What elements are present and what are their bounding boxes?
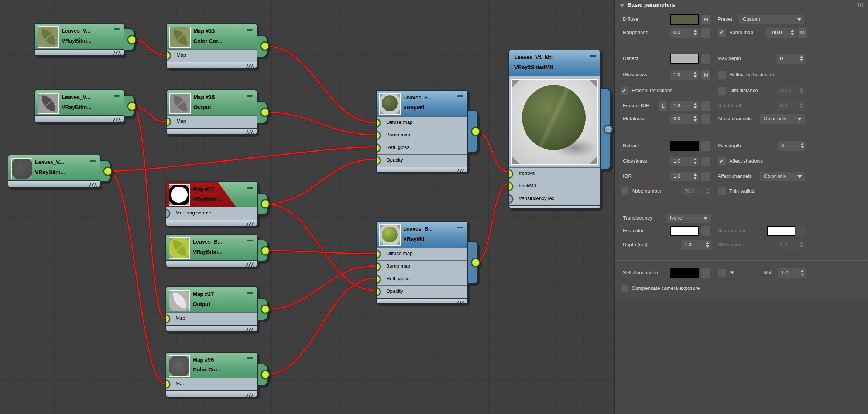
output-socket[interactable] (128, 35, 136, 44)
gi-checkbox[interactable] (718, 269, 726, 277)
minimize-icon[interactable] (247, 95, 253, 97)
max-depth-reflect-spinner[interactable]: 8 (777, 54, 805, 64)
input-socket-map[interactable] (166, 118, 171, 126)
resize-grip-icon[interactable] (113, 51, 121, 55)
node-map95[interactable]: Map #95Color Cor... Map (165, 352, 258, 397)
minimize-icon[interactable] (114, 28, 120, 30)
fog-color-map-button[interactable] (701, 226, 710, 236)
output-socket[interactable] (261, 42, 269, 50)
wire-backMtl-to-twoSided[interactable] (476, 184, 508, 263)
bump-map-checkbox[interactable] (718, 29, 726, 37)
rollout-title[interactable]: Basic parameters (627, 1, 675, 8)
node-backMtl[interactable]: Leaves_B...VRayMtl Diffuse map Bump map … (376, 221, 468, 304)
node-bmp3[interactable]: Leaves_V...VRayBitm... (8, 155, 100, 188)
node-header[interactable]: Leaves_V1_MtlVRay2SidedMtl (509, 50, 600, 76)
node-map33[interactable]: Map #33Color Cor... Map (166, 23, 257, 69)
dim-distance-checkbox[interactable] (718, 87, 726, 95)
glossiness-refract-map-button[interactable] (701, 157, 710, 166)
input-socket-map[interactable] (165, 380, 170, 388)
resize-grip-icon[interactable] (246, 262, 254, 267)
input-socket-diffuse-map[interactable] (376, 250, 380, 258)
minimize-icon[interactable] (90, 160, 96, 162)
node-header[interactable]: Leaves_F...VRayMtl (377, 91, 467, 116)
resize-grip-icon[interactable] (89, 183, 97, 187)
node-header[interactable]: Leaves_V...VRayBitm... (8, 155, 100, 180)
resize-grip-icon[interactable] (246, 393, 254, 397)
wire-map95-to-backMtl[interactable] (265, 278, 375, 375)
glossiness-refract-spinner[interactable]: 1.0 (670, 157, 699, 166)
minimize-icon[interactable] (457, 95, 463, 97)
resize-grip-icon[interactable] (113, 118, 121, 122)
output-socket[interactable] (471, 258, 480, 267)
refract-map-button[interactable] (701, 141, 710, 151)
resize-grip-icon[interactable] (457, 301, 465, 304)
translucency-dropdown[interactable]: None (666, 214, 711, 223)
wire-bmp3-to-map95[interactable] (108, 171, 165, 384)
output-socket[interactable] (261, 247, 270, 255)
diffuse-map-button[interactable]: M (701, 15, 710, 24)
node-bmp2[interactable]: Leaves_V...VRayBitm... (34, 89, 124, 123)
input-socket-frontmtl[interactable] (508, 170, 513, 178)
output-socket[interactable] (261, 200, 270, 208)
self-illumination-map-button[interactable] (701, 268, 710, 278)
node-map37[interactable]: Map #37Output Map (165, 286, 258, 332)
depth-spinner[interactable]: 1.0 (681, 240, 711, 250)
max-depth-refract-spinner[interactable]: 8 (778, 141, 806, 151)
rollout-collapse-icon[interactable] (620, 4, 624, 7)
wire-bmp1-to-map33[interactable] (132, 40, 166, 55)
node-map93[interactable]: Map #93VRayBitm... Mapping source (165, 181, 258, 227)
wire-frontMtl-to-twoSided[interactable] (476, 131, 508, 172)
glossiness-reflect-spinner[interactable]: 1.0 (670, 70, 699, 80)
wire-bmp3-to-frontMtl[interactable] (108, 147, 375, 172)
input-socket-translucencytex[interactable] (508, 195, 513, 203)
preset-dropdown[interactable]: Custom (739, 15, 804, 24)
affect-channels-reflect-dropdown[interactable]: Color only (760, 114, 805, 124)
minimize-icon[interactable] (457, 227, 463, 228)
node-bmp1[interactable]: Leaves_V...VRayBitm... (34, 23, 124, 56)
fog-color-swatch[interactable] (670, 226, 699, 236)
fresnel-checkbox[interactable] (621, 87, 628, 95)
input-socket-opacity[interactable] (376, 288, 380, 296)
mult-spinner[interactable]: 1.0 (778, 268, 806, 278)
wire-map93-to-frontMtl[interactable] (265, 159, 375, 204)
input-socket-opacity[interactable] (376, 156, 380, 165)
input-socket-map[interactable] (166, 51, 171, 60)
input-socket-refl-gloss-[interactable] (376, 144, 380, 152)
output-socket[interactable] (471, 127, 480, 136)
wire-map93-to-backMtl[interactable] (265, 204, 375, 291)
minimize-icon[interactable] (247, 29, 253, 31)
self-illumination-swatch[interactable] (670, 268, 699, 278)
input-socket-refl-gloss-[interactable] (376, 275, 380, 284)
node-header[interactable]: Leaves_B...VRayBitm... (166, 235, 257, 260)
minimize-icon[interactable] (114, 95, 120, 97)
reflect-map-button[interactable] (701, 54, 710, 64)
input-socket-bump-map[interactable] (376, 262, 380, 271)
node-frontMtl[interactable]: Leaves_F...VRayMtl Diffuse map Bump map … (376, 90, 468, 173)
resize-grip-icon[interactable] (246, 64, 254, 68)
minimize-icon[interactable] (247, 357, 253, 359)
node-header[interactable]: Map #37Output (166, 287, 257, 312)
input-socket-map[interactable] (165, 315, 170, 323)
compensate-checkbox[interactable] (621, 285, 628, 292)
reflect-back-checkbox[interactable] (718, 71, 726, 79)
fresnel-ior-lock-button[interactable]: L (659, 101, 667, 111)
node-graph-canvas[interactable]: Leaves_V...VRayBitm...Map #33Color Cor..… (0, 0, 614, 414)
output-socket[interactable] (604, 125, 613, 133)
glossiness-reflect-map-button[interactable]: M (701, 70, 710, 80)
minimize-icon[interactable] (247, 187, 253, 189)
resize-grip-icon[interactable] (589, 208, 597, 209)
thin-walled-checkbox[interactable] (718, 187, 726, 195)
node-header[interactable]: Map #35Output (167, 90, 257, 115)
refract-color-swatch[interactable] (670, 141, 699, 151)
roughness-map-button[interactable] (701, 28, 710, 38)
input-socket-mapping-source[interactable] (165, 209, 170, 218)
bump-map-button[interactable]: M (798, 28, 807, 38)
minimize-icon[interactable] (590, 55, 596, 57)
output-socket[interactable] (261, 305, 270, 313)
node-header[interactable]: Leaves_V...VRayBitm... (35, 24, 124, 49)
reflect-color-swatch[interactable] (670, 54, 699, 64)
output-socket[interactable] (261, 108, 269, 116)
minimize-icon[interactable] (247, 292, 253, 294)
abbe-checkbox[interactable] (621, 187, 628, 195)
node-header[interactable]: Leaves_B...VRayMtl (377, 222, 467, 248)
